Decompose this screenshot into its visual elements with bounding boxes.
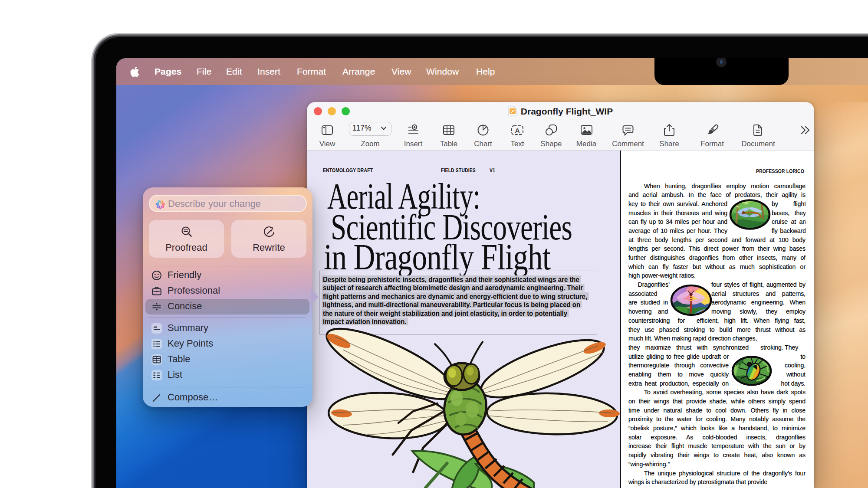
svg-text:A: A bbox=[515, 127, 519, 134]
